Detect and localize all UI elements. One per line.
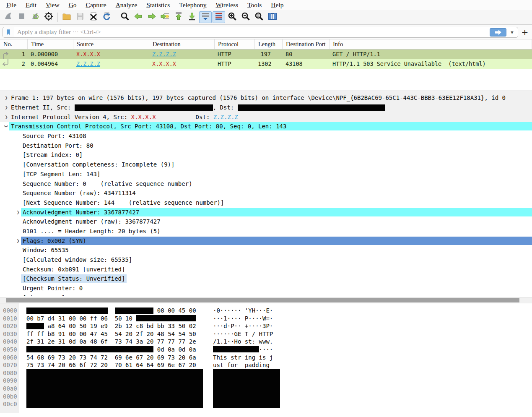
hex-bytes[interactable] bbox=[26, 400, 203, 408]
close-file-button[interactable] bbox=[87, 11, 100, 23]
column-header-time[interactable]: Time bbox=[28, 39, 73, 49]
expander-closed-icon[interactable]: ❯ bbox=[15, 238, 21, 244]
ascii-bytes[interactable]: /1.1··Ho st: www. bbox=[213, 338, 273, 346]
detail-row-tcp-seq[interactable]: Sequence Number: 0 (relative sequence nu… bbox=[0, 179, 532, 188]
go-to-packet-button[interactable] bbox=[159, 11, 171, 23]
hex-row-0030[interactable]: 0030ff ff b8 91 00 00 47 45 54 20 2f 20 … bbox=[0, 330, 532, 338]
menu-tools[interactable]: Tools bbox=[243, 1, 266, 9]
hex-row-0050[interactable]: 0050 0d 0a 0d 0a···· bbox=[0, 346, 532, 354]
hex-row-0070[interactable]: 007075 73 74 20 66 6f 72 20 70 61 64 64 … bbox=[0, 361, 532, 369]
detail-row-tcp-seq-raw[interactable]: Sequence Number (raw): 434711314 bbox=[0, 188, 532, 198]
ascii-bytes[interactable]: ······GE T / HTTP bbox=[213, 330, 273, 338]
column-header-destination-port[interactable]: Destination Port bbox=[283, 39, 330, 49]
ascii-bytes[interactable]: ···· bbox=[213, 346, 273, 354]
detail-row-frame[interactable]: ❯Frame 1: 197 bytes on wire (1576 bits),… bbox=[0, 93, 532, 103]
hex-row-0000[interactable]: 0000 08 00 45 00·0······ 'YH···E· bbox=[0, 307, 532, 315]
ascii-bytes[interactable] bbox=[213, 400, 280, 408]
detail-row-tcp-stream-index[interactable]: [Stream index: 0] bbox=[0, 150, 532, 160]
hex-bytes[interactable]: 0d 0a 0d 0a bbox=[26, 346, 196, 354]
column-header-length[interactable]: Length bbox=[255, 39, 283, 49]
column-header-protocol[interactable]: Protocol bbox=[215, 39, 255, 49]
ascii-bytes[interactable] bbox=[213, 377, 280, 385]
auto-scroll-button[interactable] bbox=[199, 11, 212, 23]
hex-row-00a0[interactable]: 00a0 bbox=[0, 385, 532, 393]
ascii-bytes[interactable]: ···1···· P····W=· bbox=[213, 315, 273, 323]
detail-row-tcp-urgent[interactable]: Urgent Pointer: 0 bbox=[0, 284, 532, 293]
zoom-in-button[interactable] bbox=[226, 11, 239, 23]
save-file-button[interactable] bbox=[74, 11, 86, 23]
stop-capture-button[interactable] bbox=[16, 11, 28, 23]
hex-bytes[interactable] bbox=[26, 369, 203, 377]
hex-row-0010[interactable]: 001000 b7 d4 31 00 00 ff 06 50 10 ···1··… bbox=[0, 315, 532, 323]
ascii-bytes[interactable]: ust for padding bbox=[213, 361, 273, 369]
hex-bytes[interactable]: a8 64 00 50 19 e9 2b 12 c8 bd bb 33 50 0… bbox=[26, 322, 196, 330]
hex-bytes[interactable]: 75 73 74 20 66 6f 72 20 70 61 64 64 69 6… bbox=[26, 361, 196, 369]
scrollbar-thumb[interactable] bbox=[6, 298, 519, 302]
detail-row-tcp-segment-len[interactable]: [TCP Segment Len: 143] bbox=[0, 169, 532, 179]
hex-row-0060[interactable]: 006054 68 69 73 20 73 74 72 69 6e 67 20 … bbox=[0, 354, 532, 362]
hex-bytes[interactable]: 08 00 45 00 bbox=[26, 307, 196, 315]
hex-bytes[interactable]: 00 b7 d4 31 00 00 ff 06 50 10 bbox=[26, 315, 196, 323]
menu-file[interactable]: File bbox=[2, 1, 21, 9]
detail-row-tcp-ack[interactable]: ❯Acknowledgment Number: 3367877427 bbox=[0, 207, 532, 217]
colorize-button[interactable] bbox=[213, 11, 225, 23]
detail-row-tcp[interactable]: ❯Transmission Control Protocol, Src Port… bbox=[0, 122, 532, 131]
detail-row-tcp-calc-window[interactable]: [Calculated window size: 65535] bbox=[0, 255, 532, 265]
column-header-no-[interactable]: No. bbox=[0, 39, 28, 49]
hex-row-00c0[interactable]: 00c0 bbox=[0, 400, 532, 408]
ascii-bytes[interactable] bbox=[213, 385, 280, 393]
detail-row-tcp-checksum-status[interactable]: [Checksum Status: Unverified] bbox=[0, 274, 532, 284]
menu-telephony[interactable]: Telephony bbox=[174, 1, 211, 9]
detail-row-tcp-checksum[interactable]: Checksum: 0xb891 [unverified] bbox=[0, 264, 532, 274]
hex-bytes[interactable]: 54 68 69 73 20 73 74 72 69 6e 67 20 69 7… bbox=[26, 354, 196, 362]
hex-row-0020[interactable]: 0020 a8 64 00 50 19 e9 2b 12 c8 bd bb 33… bbox=[0, 322, 532, 330]
hex-row-0080[interactable]: 0080 bbox=[0, 369, 532, 377]
filter-dropdown-chevron-icon[interactable]: ▼ bbox=[510, 30, 514, 35]
ascii-bytes[interactable]: This str ing is j bbox=[213, 354, 273, 362]
hex-row-00b0[interactable]: 00b0 bbox=[0, 393, 532, 401]
detail-row-tcp-header-len[interactable]: 0101 .... = Header Length: 20 bytes (5) bbox=[0, 227, 532, 236]
detail-row-tcp-next-seq[interactable]: [Next Sequence Number: 144 (relative seq… bbox=[0, 198, 532, 208]
packet-row-1[interactable]: 10.000000X.X.X.XZ.Z.Z.ZHTTP19780GET / HT… bbox=[0, 50, 532, 59]
menu-wireless[interactable]: Wireless bbox=[211, 1, 243, 9]
ascii-bytes[interactable]: ·0······ 'YH···E· bbox=[213, 307, 273, 315]
detail-row-tcp-flags[interactable]: ❯Flags: 0x002 (SYN) bbox=[0, 236, 532, 245]
expander-closed-icon[interactable]: ❯ bbox=[3, 104, 9, 110]
open-file-button[interactable] bbox=[60, 11, 73, 23]
filter-bookmark-button[interactable] bbox=[3, 27, 14, 37]
hex-bytes[interactable] bbox=[26, 385, 203, 393]
find-packet-button[interactable] bbox=[119, 11, 131, 23]
resize-columns-button[interactable] bbox=[266, 11, 279, 23]
details-horizontal-scrollbar[interactable] bbox=[0, 297, 532, 303]
add-filter-button[interactable]: + bbox=[520, 27, 529, 37]
zoom-out-button[interactable] bbox=[239, 11, 252, 23]
hex-bytes[interactable] bbox=[26, 393, 203, 401]
reload-file-button[interactable] bbox=[101, 11, 113, 23]
hex-row-0090[interactable]: 0090 bbox=[0, 377, 532, 385]
expander-closed-icon[interactable]: ❯ bbox=[3, 95, 9, 101]
detail-row-tcp-source-port[interactable]: Source Port: 43108 bbox=[0, 131, 532, 141]
start-capture-button[interactable] bbox=[2, 11, 15, 23]
column-header-source[interactable]: Source bbox=[73, 39, 149, 49]
detail-row-tcp-ack-raw[interactable]: Acknowledgment number (raw): 3367877427 bbox=[0, 217, 532, 227]
column-header-destination[interactable]: Destination bbox=[149, 39, 215, 49]
menu-capture[interactable]: Capture bbox=[81, 1, 111, 9]
menu-view[interactable]: View bbox=[41, 1, 64, 9]
zoom-original-button[interactable] bbox=[253, 11, 265, 23]
expander-open-icon[interactable]: ❯ bbox=[3, 123, 9, 129]
menu-statistics[interactable]: Statistics bbox=[142, 1, 174, 9]
expander-closed-icon[interactable]: ❯ bbox=[3, 114, 9, 120]
restart-capture-button[interactable] bbox=[29, 11, 42, 23]
ascii-bytes[interactable]: ···d·P·· +····3P· bbox=[213, 322, 273, 330]
detail-row-ip[interactable]: ❯Internet Protocol Version 4, Src: X.X.X… bbox=[0, 112, 532, 122]
packet-row-2[interactable]: 20.004964Z.Z.Z.ZX.X.X.XHTTP130243108HTTP… bbox=[0, 59, 532, 69]
go-forward-button[interactable] bbox=[145, 11, 158, 23]
menu-edit[interactable]: Edit bbox=[21, 1, 41, 9]
expander-closed-icon[interactable]: ❯ bbox=[15, 209, 21, 215]
go-last-button[interactable] bbox=[186, 11, 198, 23]
menu-help[interactable]: Help bbox=[266, 1, 288, 9]
hex-row-0040[interactable]: 00402f 31 2e 31 0d 0a 48 6f 73 74 3a 20 … bbox=[0, 338, 532, 346]
apply-filter-button[interactable] bbox=[490, 28, 506, 36]
hex-bytes[interactable]: 2f 31 2e 31 0d 0a 48 6f 73 74 3a 20 77 7… bbox=[26, 338, 196, 346]
detail-row-tcp-dest-port[interactable]: Destination Port: 80 bbox=[0, 141, 532, 150]
